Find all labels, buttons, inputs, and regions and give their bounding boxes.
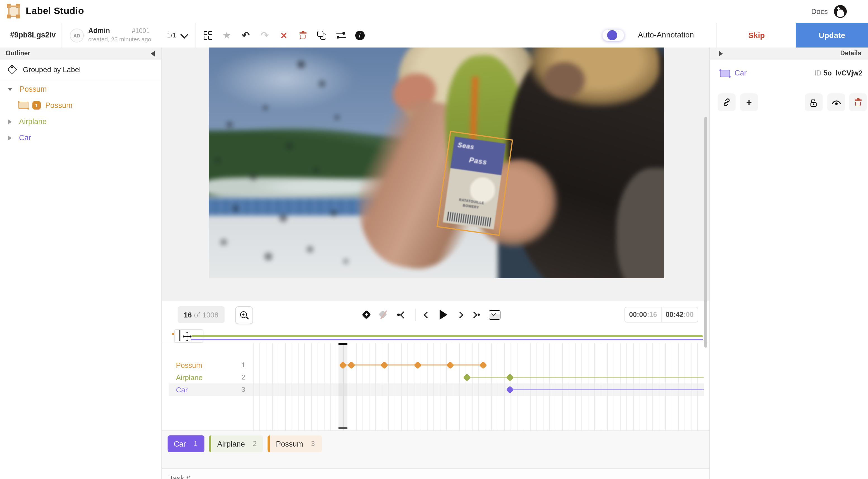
- label-text: Possum: [276, 440, 303, 448]
- keyframe-diamond[interactable]: [479, 361, 487, 369]
- undo-icon: ↶: [242, 30, 250, 40]
- track-name: Airplane: [176, 373, 203, 382]
- video-area: Seas Pass RATATOUILLE BOWERY: [162, 48, 709, 301]
- info-button[interactable]: i: [353, 27, 366, 43]
- label-text: Airplane: [217, 440, 245, 448]
- update-button[interactable]: Update: [796, 23, 868, 48]
- label-hotkey: 1: [194, 440, 198, 448]
- collapse-panel-icon[interactable]: [719, 51, 723, 56]
- redo-button[interactable]: ↷: [258, 27, 272, 43]
- grid-icon: [204, 31, 212, 39]
- track-number: 1: [242, 361, 245, 369]
- annotator-name: Admin: [88, 27, 110, 35]
- track-row-possum[interactable]: Possum1: [169, 359, 253, 371]
- info-icon: i: [355, 30, 365, 40]
- divider: [195, 23, 196, 48]
- prev-frame-button[interactable]: [424, 312, 429, 317]
- keyframe-remove-button[interactable]: [379, 310, 388, 319]
- relations-button[interactable]: [334, 27, 347, 43]
- delete-annotation-button[interactable]: [296, 27, 309, 43]
- track-lanes: [253, 359, 704, 396]
- scrollbar[interactable]: [704, 117, 707, 348]
- trash-icon: [854, 98, 862, 107]
- top-bar: Label Studio Docs: [0, 0, 868, 24]
- region-bounding-box[interactable]: Seas Pass RATATOUILLE BOWERY: [436, 131, 513, 236]
- card-title-2: Pass: [469, 155, 488, 166]
- keyframe-diamond[interactable]: [414, 361, 422, 369]
- grouping-selector[interactable]: Grouped by Label: [0, 60, 161, 79]
- prev-keyframe-button[interactable]: [397, 312, 406, 317]
- star-icon: ★: [223, 30, 231, 40]
- undo-button[interactable]: ↶: [239, 27, 252, 43]
- label-color-bar: [209, 436, 211, 452]
- reset-button[interactable]: ✕: [277, 27, 290, 43]
- link-button[interactable]: [718, 93, 736, 111]
- annotation-toolbar: #9pb8Lgs2iv AD Admin #1001 created, 25 m…: [0, 23, 868, 48]
- keyframe-diamond[interactable]: [463, 373, 471, 381]
- keyframe-span-airplane: [467, 377, 704, 378]
- timeline-minimap[interactable]: [169, 329, 704, 342]
- collapse-panel-icon[interactable]: [151, 51, 155, 56]
- chevron-left-icon: [423, 311, 430, 318]
- details-title: Details: [840, 50, 861, 56]
- auto-annotation-toggle[interactable]: [602, 29, 624, 41]
- keyframe-diamond[interactable]: [380, 361, 388, 369]
- video-frame[interactable]: Seas Pass RATATOUILLE BOWERY: [209, 48, 664, 278]
- plus-icon: +: [746, 97, 752, 107]
- collapse-timeline-button[interactable]: [489, 310, 500, 320]
- keyframe-add-button[interactable]: +: [363, 311, 370, 318]
- label-button-airplane[interactable]: Airplane2: [209, 436, 264, 452]
- docs-link[interactable]: Docs: [811, 7, 828, 16]
- next-keyframe-button[interactable]: [471, 312, 480, 317]
- caret-right-icon[interactable]: [8, 136, 12, 140]
- label-button-car[interactable]: Car1: [167, 436, 204, 452]
- update-label: Update: [819, 31, 845, 40]
- keyframe-diamond[interactable]: [339, 361, 347, 369]
- main-content: Seas Pass RATATOUILLE BOWERY 16: [162, 48, 709, 479]
- lock-region-button[interactable]: [805, 93, 823, 111]
- divider: [415, 308, 415, 321]
- label-hotkey: 2: [253, 440, 257, 448]
- skip-button[interactable]: Skip: [716, 23, 797, 48]
- copy-icon: [317, 31, 326, 40]
- keyframe-diamond[interactable]: [446, 361, 454, 369]
- keyframe-diamond[interactable]: [347, 361, 355, 369]
- keyframe-timeline[interactable]: Possum1Airplane2Car3: [162, 342, 709, 431]
- chevron-right-icon: [456, 311, 463, 318]
- track-row-car[interactable]: Car3: [169, 383, 253, 396]
- redo-icon: ↷: [261, 30, 269, 40]
- caret-right-icon[interactable]: [8, 119, 12, 124]
- selected-region-row[interactable]: Car ID5o_lvCVjw2: [710, 65, 868, 82]
- keyframe-diamond[interactable]: [506, 373, 514, 381]
- view-all-button[interactable]: [201, 27, 215, 43]
- region-item-possum[interactable]: 1Possum: [0, 97, 161, 114]
- timeline-zoom-button[interactable]: +: [235, 306, 253, 324]
- outliner-group-possum[interactable]: Possum: [0, 81, 161, 97]
- outliner-group-car[interactable]: Car: [0, 130, 161, 146]
- github-icon[interactable]: [834, 5, 847, 18]
- region-label: Possum: [45, 101, 72, 110]
- card-barcode: [447, 212, 491, 227]
- trash-icon: [299, 31, 306, 39]
- keyframe-diamond[interactable]: [506, 386, 514, 393]
- outliner-group-airplane[interactable]: Airplane: [0, 114, 161, 130]
- minimap-car-span: [191, 339, 703, 340]
- chevron-down-icon[interactable]: [180, 31, 188, 38]
- toolbar-icons: ★ ↶ ↷ ✕ i: [201, 23, 366, 48]
- grouping-label: Grouped by Label: [23, 65, 81, 74]
- caret-down-icon[interactable]: [8, 87, 12, 91]
- play-button[interactable]: [438, 310, 448, 320]
- label-button-possum[interactable]: Possum3: [268, 436, 321, 452]
- avatar: AD: [70, 29, 84, 42]
- track-name: Possum: [176, 361, 202, 369]
- minimap-playhead[interactable]: [179, 330, 180, 341]
- hide-region-button[interactable]: [827, 93, 845, 111]
- ground-truth-button[interactable]: ★: [220, 27, 234, 43]
- task-label: Task #: [169, 474, 190, 479]
- keyframe-span-possum: [343, 364, 484, 365]
- duplicate-button[interactable]: [315, 27, 329, 43]
- next-frame-button[interactable]: [457, 312, 462, 317]
- track-row-airplane[interactable]: Airplane2: [169, 371, 253, 383]
- add-relation-button[interactable]: +: [740, 93, 758, 111]
- delete-region-button[interactable]: [849, 93, 867, 111]
